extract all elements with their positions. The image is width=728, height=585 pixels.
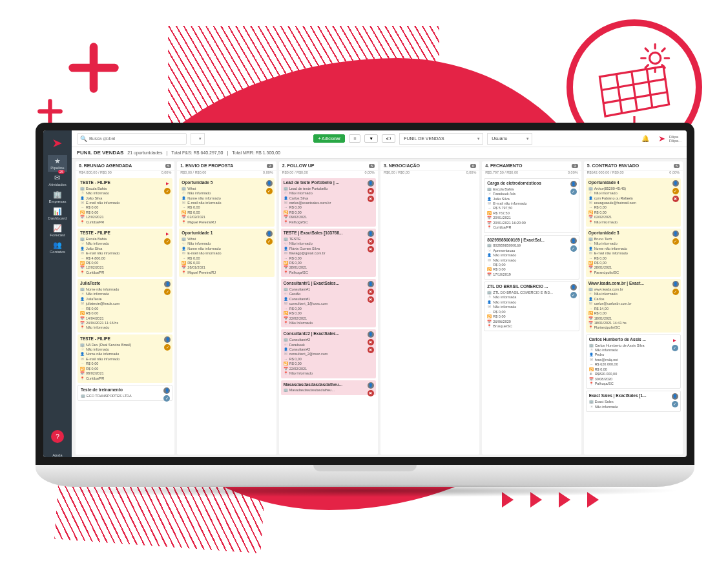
card-line: ✉ E-mail não informado — [588, 251, 678, 256]
help-button[interactable]: ? — [51, 430, 64, 443]
summary-opps: 21 oportunidades — [127, 150, 162, 155]
line-text: Consultant#2 — [289, 347, 310, 352]
card-ok-icon: ✓ — [570, 189, 577, 195]
card-line: ✉ carlos@carlosbr.com.br — [588, 302, 678, 306]
card[interactable]: ZTL DO BRASIL COMERCIO ...👤✓🏢 ZTL DO BRA… — [484, 282, 579, 331]
sidebar-item-forecast[interactable]: 📈Forecast — [48, 222, 67, 239]
tag-button[interactable]: 🏷 — [382, 134, 395, 143]
sidebar-icon: 📈 — [53, 224, 62, 232]
card[interactable]: 80295985000169 | ExactSal...👤✓🏢 80295985… — [484, 235, 579, 280]
line-icon: 🔁 — [487, 314, 492, 319]
card-line: 🏢 ZTL DO BRASIL COMERCIO E IND... — [487, 291, 576, 295]
card-line: → R$ 14,00 — [588, 307, 678, 311]
card-line: 📅 18/01/2021 14:41 hs — [588, 321, 678, 325]
menu-button[interactable]: ≡ — [349, 134, 360, 143]
card[interactable]: Teste de treinamento👤✓🏢 ECO TRANSPORTES … — [78, 385, 172, 401]
add-button[interactable]: + Adicionar — [313, 134, 345, 143]
card[interactable]: Masasdasdasdasdasdatheu...👤✖🏢 Masadasdas… — [281, 380, 376, 395]
sidebar-icon: 👥 — [53, 241, 62, 249]
line-icon: → — [284, 307, 288, 311]
search-caret[interactable] — [191, 133, 205, 145]
line-icon: ✉ — [588, 201, 593, 205]
card[interactable]: JuliaTeste👤✓🏢 Nome não informado☉ Não in… — [78, 279, 172, 333]
card[interactable]: Carga de eletrodomésticos👤✓🏢 Escola Bahi… — [484, 178, 579, 233]
card-line: 📅 12/02/2021 — [80, 265, 170, 270]
line-text: R$ 0,00 — [594, 261, 607, 265]
card-line: 🏢 What — [182, 237, 271, 241]
card-line: ✉ E-mail não informado — [80, 251, 170, 256]
card[interactable]: Oportunidade 5👤✓🏢 What☉ Não informado👤 N… — [179, 178, 274, 227]
sidebar-item-contatos[interactable]: 👥Contatos — [48, 239, 67, 256]
card[interactable]: Oportunidade 3👤✓🏢 Bruno Tech☉ Não inform… — [586, 229, 681, 277]
column-name: 4. FECHAMENTO — [485, 163, 570, 168]
sidebar-item-atividades[interactable]: ✉Atividades — [48, 172, 67, 189]
line-text: NA Dev (Real Service Brasil) — [86, 343, 131, 347]
card-warn-icon: ✓ — [266, 188, 273, 194]
sidebar-item-empresas[interactable]: 🏢Empresas — [48, 189, 67, 205]
card[interactable]: Consultant#2 | ExactSales...👤✖✖🏢 Consult… — [281, 329, 376, 378]
column-pct: 0,00% — [669, 170, 680, 174]
line-icon: 🏢 — [589, 344, 594, 348]
sidebar-item-label: Atividades — [48, 183, 67, 187]
card[interactable]: TESTE - FILIPE▶✓🏢 Escola Bahia☉ Não info… — [78, 178, 172, 227]
line-icon: ☉ — [80, 347, 85, 352]
card-line: 👤 Não informado — [487, 300, 576, 305]
line-text: R$ 0,00 — [289, 205, 302, 210]
bell-icon[interactable]: 🔔 — [641, 135, 649, 142]
sidebar-icon: 📊 — [53, 207, 62, 216]
card[interactable]: Exact Sales | ExactSales [1...👤✓🏢 Exact … — [586, 391, 681, 412]
line-icon: 📅 — [588, 316, 593, 321]
search-input[interactable] — [77, 133, 187, 145]
line-icon: 🏢 — [284, 187, 288, 191]
card-line: 🔁 R$ 0,00 — [588, 261, 678, 265]
card-line: 👤 Não informado — [487, 253, 576, 258]
card-av-icon: 👤 — [368, 231, 374, 237]
line-icon: 👤 — [182, 247, 186, 251]
line-text: Consultant#1 — [289, 297, 310, 302]
sidebar-item-pipeline[interactable]: ★Pipeline — [48, 155, 67, 172]
line-icon: 🔁 — [487, 267, 492, 272]
global-search[interactable]: 🔍 — [77, 133, 187, 145]
line-text: João Silva — [86, 196, 102, 201]
card-line: 🏢 Exact Sales — [589, 400, 678, 404]
line-icon: 📅 — [80, 265, 85, 270]
line-icon: 📅 — [487, 320, 492, 324]
card[interactable]: TESTE - FILIPE👤✓🏢 NA Dev (Real Service B… — [78, 334, 172, 383]
app-screen: ★Pipeline✉Atividades🏢Empresas📊Dashboard📈… — [43, 130, 687, 457]
line-text: Não informado — [595, 348, 618, 353]
svg-line-11 — [616, 74, 622, 114]
line-text: 28/01/2021 — [289, 265, 307, 270]
card[interactable]: Www.leada.com.br | Exact...👤✓🏢 www.leada… — [586, 279, 681, 333]
card-line: 🏢 Consultant#2 — [284, 338, 373, 342]
funnel-select[interactable]: FUNIL DE VENDAS — [399, 133, 483, 145]
card-icons: 👤✓ — [672, 231, 679, 245]
card-line: 📅 18/01/2021 — [588, 316, 678, 321]
user-block[interactable]: Filipa Filipa... — [653, 134, 681, 144]
card[interactable]: Consultant#1 | ExactSales...👤✖✖🏢 Consult… — [281, 279, 376, 327]
card-warn-icon: ✓ — [672, 289, 679, 295]
card[interactable]: Lead de teste Portobello | ...👤✖✖🏢 Lead … — [281, 178, 376, 227]
line-text: carlos@exactsales.com.br — [289, 201, 331, 205]
line-text: R$ 0,00 — [289, 307, 302, 311]
card-line: 👤 João Silva — [80, 196, 170, 201]
filter-button[interactable]: ▼ — [364, 134, 378, 143]
card-line: 📍 Florianópolis/SC — [588, 325, 678, 330]
line-text: 02/02/2021 — [594, 215, 612, 220]
user-select[interactable]: Usuário — [487, 133, 532, 145]
sidebar-item-dashboard[interactable]: 📊Dashboard — [48, 205, 67, 222]
card[interactable]: TESTE | ExactSales [103768...👤✖✖🏢 TESTE☉… — [281, 229, 376, 277]
card-bad-icon: ✖ — [368, 246, 374, 252]
card[interactable]: TESTE - FILIPE▶✓🏢 Escola Bahia☉ Não info… — [78, 229, 172, 277]
card-title: JuliaTeste — [80, 281, 170, 287]
line-icon: 🏢 — [80, 237, 85, 241]
card[interactable]: Oportunidade 4👤✓✖🏢 Arthur(85200-45:45)☉ … — [586, 178, 681, 227]
card[interactable]: Carlos Humberto de Assis ...▶✓🏢 Carlos H… — [586, 334, 681, 389]
line-icon: 🏢 — [588, 287, 593, 292]
line-icon: ✉ — [589, 358, 594, 362]
line-icon: → — [284, 205, 288, 210]
card-av-icon: 👤 — [164, 281, 171, 287]
line-text: E-mail não informado — [187, 251, 221, 256]
line-text: R$ 0,00 — [493, 310, 505, 314]
card[interactable]: Oportunidade 1👤✓🏢 What☉ Não informado👤 N… — [179, 229, 274, 277]
card-av-icon: 👤 — [672, 393, 678, 400]
